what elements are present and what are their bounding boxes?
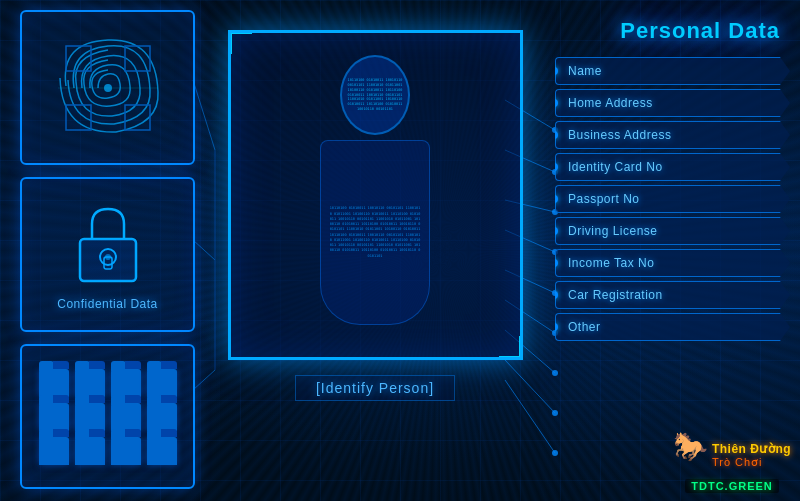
lock-icon [68, 199, 148, 289]
file-icon [39, 437, 69, 465]
data-item-driving-license[interactable]: Driving License [555, 217, 790, 245]
logo-domain: TDTC.GREEN [685, 479, 779, 493]
logo-line2: Trò Chơi [712, 456, 791, 469]
data-item-business-address[interactable]: Business Address [555, 121, 790, 149]
fingerprint-box [20, 10, 195, 165]
file-icon [75, 369, 105, 397]
person-frame: 10110100 01010011 10010110 00101101 1100… [228, 30, 523, 360]
files-box [20, 344, 195, 489]
data-item-car-registration[interactable]: Car Registration [555, 281, 790, 309]
file-icon [147, 403, 177, 431]
data-items-list: NameHome AddressBusiness AddressIdentity… [555, 57, 790, 341]
confidential-data-label: Confidential Data [57, 297, 158, 311]
person-head: 10110100 01010011 10010110 00101101 1100… [340, 55, 410, 135]
logo-icon: 🐎 [673, 433, 708, 478]
head-binary: 10110100 01010011 10010110 00101101 1100… [342, 73, 408, 117]
data-item-other[interactable]: Other [555, 313, 790, 341]
data-item-home-address[interactable]: Home Address [555, 89, 790, 117]
file-icon [75, 437, 105, 465]
panel-title: Personal Data [555, 10, 790, 52]
logo-top: 🐎 Thiên Đường Trò Chơi [673, 433, 791, 478]
person-body: 10110100 01010011 10010110 00101101 1100… [320, 140, 430, 325]
right-panel: Personal Data NameHome AddressBusiness A… [555, 10, 790, 341]
file-icon [39, 403, 69, 431]
file-icon [111, 437, 141, 465]
file-icon [111, 403, 141, 431]
logo-area: 🐎 Thiên Đường Trò Chơi TDTC.GREEN [672, 433, 792, 493]
body-binary: 10110100 01010011 10010110 00101101 1100… [321, 198, 429, 267]
center-panel: 10110100 01010011 10010110 00101101 1100… [210, 30, 540, 460]
files-grid [24, 354, 192, 480]
lock-box: Confidential Data [20, 177, 195, 332]
logo-line1: Thiên Đường [712, 442, 791, 456]
fingerprint-icon [48, 28, 168, 148]
svg-rect-32 [80, 239, 136, 281]
file-icon [111, 369, 141, 397]
file-icon [75, 403, 105, 431]
file-icon [147, 437, 177, 465]
data-item-identity-card-no[interactable]: Identity Card No [555, 153, 790, 181]
logo-text-block: Thiên Đường Trò Chơi [712, 442, 791, 469]
left-panel: Confidential Data [20, 10, 210, 490]
identify-label: [Identify Person] [295, 375, 455, 401]
data-item-passport-no[interactable]: Passport No [555, 185, 790, 213]
file-icon [39, 369, 69, 397]
file-icon [147, 369, 177, 397]
data-item-name[interactable]: Name [555, 57, 790, 85]
data-item-income-tax-no[interactable]: Income Tax No [555, 249, 790, 277]
